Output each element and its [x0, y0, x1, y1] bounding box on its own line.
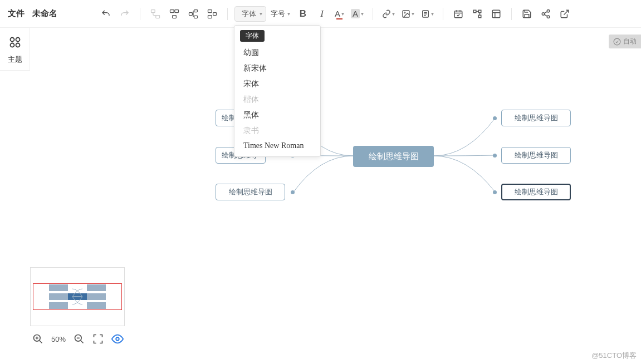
svg-point-20 — [542, 12, 545, 15]
connector-dot — [291, 190, 295, 194]
font-dropdown[interactable]: 字体 ▾ — [234, 6, 266, 22]
watermark: @51CTO博客 — [591, 351, 637, 361]
child-node-right-1[interactable]: 绘制思维导图 — [501, 110, 571, 126]
chevron-down-icon: ▾ — [287, 11, 290, 17]
chevron-down-icon: ▾ — [260, 11, 262, 17]
connector-dot — [493, 190, 497, 194]
svg-point-19 — [547, 9, 550, 12]
link-button[interactable]: ▾ — [380, 6, 397, 22]
svg-point-23 — [16, 38, 19, 42]
zoom-level: 50% — [51, 335, 66, 343]
font-option[interactable]: 宋体 — [234, 76, 320, 92]
svg-point-24 — [10, 43, 14, 47]
connector-dot — [493, 154, 497, 158]
save-button[interactable] — [518, 6, 535, 22]
font-option[interactable]: 新宋体 — [234, 61, 320, 76]
font-popup-header: 字体 — [240, 30, 265, 42]
fit-screen-button[interactable] — [92, 333, 104, 345]
zoom-controls: 50% — [32, 333, 124, 345]
node-tool-3[interactable] — [185, 6, 202, 22]
connector-dot — [493, 116, 497, 120]
svg-rect-4 — [173, 15, 177, 18]
svg-rect-3 — [175, 9, 179, 12]
minimap[interactable] — [30, 267, 125, 326]
svg-point-12 — [404, 12, 405, 13]
svg-rect-0 — [151, 9, 155, 12]
separator — [140, 8, 140, 20]
svg-point-22 — [10, 38, 14, 42]
child-node-right-3-selected[interactable]: 绘制思维导图 — [501, 184, 571, 200]
undo-button[interactable] — [97, 6, 114, 22]
font-option[interactable]: 隶书 — [234, 123, 320, 139]
left-sidebar: 主题 — [0, 28, 30, 71]
note-button[interactable]: ▾ — [419, 6, 436, 22]
theme-icon[interactable] — [6, 33, 24, 51]
top-toolbar: 文件 未命名 字体 ▾ 字号 ▾ B I A▾ A▾ ▾ ▾ ▾ — [0, 0, 641, 28]
font-option[interactable]: 黑体 — [234, 107, 320, 123]
structure-button[interactable] — [469, 6, 486, 22]
svg-rect-14 — [454, 11, 462, 17]
svg-rect-18 — [492, 10, 500, 18]
font-option[interactable]: Times New Roman — [234, 139, 320, 153]
separator — [511, 8, 512, 20]
svg-rect-15 — [473, 10, 476, 13]
external-button[interactable] — [556, 6, 573, 22]
svg-rect-17 — [478, 15, 481, 18]
svg-rect-10 — [213, 12, 217, 15]
theme-label: 主题 — [0, 55, 30, 65]
highlight-button[interactable]: A▾ — [349, 6, 366, 22]
child-node-left-3[interactable]: 绘制思维导图 — [216, 184, 285, 200]
svg-rect-8 — [208, 9, 212, 12]
layout-button[interactable] — [488, 6, 505, 22]
file-name[interactable]: 未命名 — [30, 8, 60, 19]
node-tool-1[interactable] — [147, 6, 164, 22]
file-menu[interactable]: 文件 — [4, 8, 28, 19]
svg-rect-2 — [170, 9, 174, 12]
font-option[interactable]: 楷体 — [234, 92, 320, 107]
separator — [227, 8, 228, 20]
image-button[interactable]: ▾ — [399, 6, 417, 22]
node-tool-4[interactable] — [204, 6, 221, 22]
node-tool-2[interactable] — [166, 6, 183, 22]
child-node-right-2[interactable]: 绘制思维导图 — [501, 147, 571, 164]
svg-rect-16 — [478, 10, 481, 13]
svg-rect-7 — [194, 16, 198, 18]
svg-rect-6 — [194, 9, 198, 12]
font-dropdown-label: 字体 — [242, 9, 256, 19]
svg-rect-1 — [156, 15, 160, 18]
center-node[interactable]: 绘制思维导图 — [353, 146, 434, 167]
minimap-viewport — [33, 283, 122, 310]
font-option[interactable]: 幼圆 — [234, 45, 320, 61]
svg-point-29 — [116, 337, 119, 341]
preview-button[interactable] — [111, 333, 124, 345]
font-dropdown-menu: 字体 幼圆 新宋体 宋体 楷体 黑体 隶书 Times New Roman — [234, 25, 321, 157]
font-color-button[interactable]: A▾ — [332, 6, 346, 22]
zoom-out-button[interactable] — [74, 333, 85, 345]
svg-rect-5 — [189, 12, 193, 15]
separator — [373, 8, 373, 20]
svg-rect-9 — [208, 15, 212, 18]
calendar-button[interactable] — [450, 6, 467, 22]
redo-button[interactable] — [116, 6, 133, 22]
size-dropdown-label: 字号 — [271, 9, 285, 19]
separator — [443, 8, 443, 20]
svg-point-21 — [547, 16, 550, 18]
italic-button[interactable]: I — [314, 6, 330, 22]
share-button[interactable] — [537, 6, 554, 22]
zoom-in-button[interactable] — [32, 333, 43, 345]
size-dropdown[interactable]: 字号 ▾ — [268, 9, 292, 19]
svg-point-25 — [16, 43, 19, 47]
bold-button[interactable]: B — [295, 6, 311, 22]
